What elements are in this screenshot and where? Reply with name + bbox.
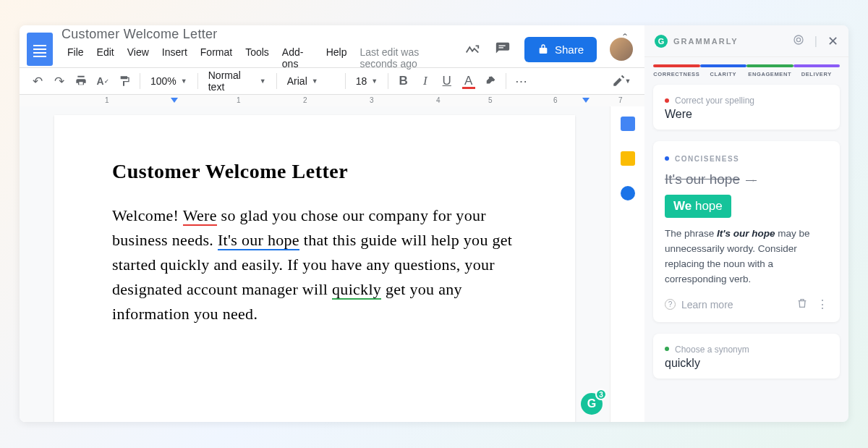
style-select[interactable]: Normal text▼ bbox=[204, 68, 271, 94]
docs-app: Customer Welcome Letter FileEditViewInse… bbox=[20, 25, 644, 422]
svg-rect-0 bbox=[498, 46, 505, 46]
document-paragraph[interactable]: Welcome! Were so glad you chose our comp… bbox=[112, 203, 517, 326]
docs-logo-icon[interactable] bbox=[27, 33, 53, 66]
grammarly-brand: GRAMMARLY bbox=[673, 37, 739, 46]
grammarly-header: G GRAMMARLY | ✕ bbox=[644, 25, 848, 57]
collapse-toolbar-icon[interactable]: ˆ bbox=[616, 30, 634, 48]
grammarly-count-badge: 3 bbox=[595, 389, 607, 400]
trash-icon[interactable] bbox=[796, 297, 808, 312]
calendar-icon[interactable] bbox=[621, 117, 635, 131]
more-icon[interactable]: ⋯ bbox=[512, 72, 531, 90]
more-vert-icon[interactable]: ⋮ bbox=[817, 297, 828, 312]
svg-point-3 bbox=[796, 38, 800, 41]
arrow-right-icon: → bbox=[746, 174, 757, 186]
explanation-text: The phrase It's our hope may be unnecess… bbox=[665, 227, 828, 287]
paint-format-icon[interactable] bbox=[115, 72, 134, 90]
grammarly-fab[interactable]: G 3 bbox=[581, 393, 603, 415]
error-engagement[interactable]: quickly bbox=[332, 280, 381, 300]
comments-icon[interactable] bbox=[494, 41, 511, 58]
grammarly-logo-icon: G bbox=[655, 35, 668, 48]
editing-mode-icon[interactable]: ▼ bbox=[607, 72, 636, 90]
grammarly-tabs: CORRECTNESSCLARITYENGAGEMENTDELIVERY bbox=[644, 57, 848, 82]
card-label: Choose a synonym bbox=[675, 345, 749, 355]
svg-rect-1 bbox=[498, 47, 503, 48]
formatting-toolbar: ↶ ↷ A✓ 100%▼ Normal text▼ Arial▼ 18▼ B I… bbox=[20, 67, 644, 95]
dot-red-icon bbox=[665, 98, 669, 103]
error-clarity[interactable]: It's our hope bbox=[218, 231, 299, 250]
highlight-icon[interactable] bbox=[481, 72, 500, 90]
docs-header: Customer Welcome Letter FileEditViewInse… bbox=[20, 25, 644, 67]
card-label: Correct your spelling bbox=[675, 96, 754, 106]
tasks-icon[interactable] bbox=[621, 186, 635, 200]
close-icon[interactable]: ✕ bbox=[827, 33, 838, 49]
error-spelling[interactable]: Were bbox=[183, 206, 217, 226]
ruler[interactable]: 1 1 2 3 4 5 6 7 bbox=[20, 95, 644, 106]
activity-icon[interactable] bbox=[464, 41, 481, 58]
document-page[interactable]: Customer Welcome Letter Welcome! Were so… bbox=[54, 115, 575, 422]
spellcheck-icon[interactable]: A✓ bbox=[93, 72, 112, 90]
learn-more-link[interactable]: ? Learn more bbox=[665, 299, 733, 310]
card-word: quickly bbox=[665, 357, 828, 370]
tab-correctness[interactable]: CORRECTNESS bbox=[653, 64, 700, 77]
italic-icon[interactable]: I bbox=[416, 72, 435, 90]
bold-icon[interactable]: B bbox=[394, 72, 413, 90]
font-select[interactable]: Arial▼ bbox=[283, 74, 339, 88]
suggestion-card-conciseness[interactable]: CONCISENESS It's our hope → We hope The … bbox=[653, 141, 840, 322]
document-title[interactable]: Customer Welcome Letter bbox=[61, 27, 464, 42]
lock-icon bbox=[537, 43, 549, 55]
font-size-select[interactable]: 18▼ bbox=[352, 74, 382, 88]
card-word: Were bbox=[665, 108, 828, 121]
card-tag: CONCISENESS bbox=[675, 155, 739, 163]
document-heading[interactable]: Customer Welcome Letter bbox=[112, 160, 517, 183]
side-panel bbox=[610, 106, 644, 422]
help-icon: ? bbox=[665, 299, 676, 310]
dot-blue-icon bbox=[665, 156, 669, 161]
tab-delivery[interactable]: DELIVERY bbox=[793, 64, 841, 77]
tab-engagement[interactable]: ENGAGEMENT bbox=[746, 64, 793, 77]
underline-icon[interactable]: U bbox=[438, 72, 456, 90]
ruler-right-indent[interactable] bbox=[582, 98, 590, 103]
keep-icon[interactable] bbox=[621, 151, 635, 166]
undo-icon[interactable]: ↶ bbox=[28, 72, 47, 90]
goals-icon[interactable] bbox=[793, 34, 804, 48]
tab-clarity[interactable]: CLARITY bbox=[700, 64, 747, 77]
text-color-icon[interactable]: A bbox=[459, 72, 478, 90]
suggestion-card-synonym[interactable]: Choose a synonym quickly bbox=[653, 334, 840, 379]
zoom-select[interactable]: 100%▼ bbox=[146, 74, 192, 88]
share-label: Share bbox=[555, 43, 584, 56]
grammarly-panel: G GRAMMARLY | ✕ CORRECTNESSCLARITYENGAGE… bbox=[644, 25, 848, 422]
suggestion-card-spelling[interactable]: Correct your spelling Were bbox=[653, 85, 840, 130]
redo-icon[interactable]: ↷ bbox=[50, 72, 69, 90]
svg-point-2 bbox=[794, 35, 803, 44]
suggestion-chip[interactable]: We hope bbox=[665, 195, 731, 218]
dot-green-icon bbox=[665, 347, 669, 351]
ruler-left-indent[interactable] bbox=[171, 98, 178, 103]
share-button[interactable]: Share bbox=[524, 37, 597, 62]
print-icon[interactable] bbox=[72, 72, 90, 90]
document-canvas: Customer Welcome Letter Welcome! Were so… bbox=[20, 106, 644, 422]
strike-text: It's our hope → bbox=[665, 172, 828, 187]
